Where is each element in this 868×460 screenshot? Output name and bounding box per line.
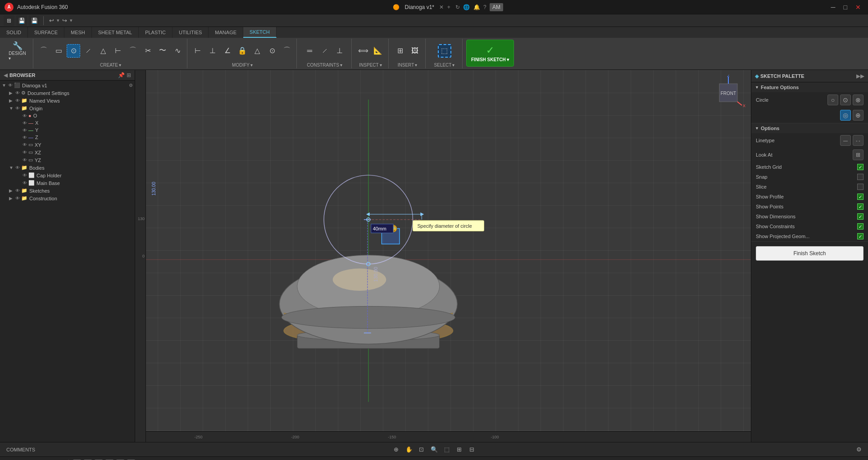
notification-btn[interactable]: 🔔 bbox=[473, 4, 480, 10]
anim-first-btn[interactable]: ⏮ bbox=[4, 459, 14, 460]
circle-circumscribed-btn[interactable]: ⊕ bbox=[853, 110, 863, 121]
trim-btn[interactable]: ✂ bbox=[141, 44, 155, 58]
eye-sketches[interactable]: 👁 bbox=[15, 188, 20, 193]
pan-btn[interactable]: ✋ bbox=[404, 444, 414, 455]
parallel-btn[interactable]: ⟋ bbox=[318, 44, 332, 58]
project-btn[interactable]: ⌒ bbox=[280, 44, 294, 58]
anim-next-btn[interactable]: ⏩ bbox=[41, 459, 52, 460]
finish-sketch-btn[interactable]: Finish Sketch bbox=[756, 246, 863, 261]
perp-btn[interactable]: ⊥ bbox=[333, 44, 346, 58]
tab-sheet-metal[interactable]: SHEET METAL bbox=[92, 27, 139, 38]
settings-btn[interactable]: ⚙ bbox=[854, 444, 864, 455]
circle-twopoint-btn[interactable]: ⊙ bbox=[840, 95, 851, 105]
anim-last-btn[interactable]: ⏭ bbox=[54, 459, 65, 460]
tree-item-main-base[interactable]: 👁 ⬜ Main Base bbox=[0, 179, 135, 187]
maximize-btn[interactable]: □ bbox=[841, 3, 850, 12]
sketch-grid-checkbox[interactable] bbox=[857, 164, 863, 170]
save-btn2[interactable]: 💾 bbox=[29, 15, 40, 26]
eye-construction[interactable]: 👁 bbox=[15, 196, 20, 201]
circle-threepoint-btn[interactable]: ⊗ bbox=[853, 95, 863, 105]
hline-btn[interactable]: ⊢ bbox=[111, 44, 125, 58]
tab-manage[interactable]: MANAGE bbox=[209, 27, 243, 38]
show-points-checkbox[interactable] bbox=[857, 203, 863, 210]
tree-item-z[interactable]: 👁 — Z bbox=[0, 134, 135, 141]
slice-checkbox[interactable] bbox=[857, 184, 863, 190]
undo-arrow[interactable]: ▾ bbox=[57, 18, 59, 23]
modify-label[interactable]: MODIFY ▾ bbox=[232, 63, 253, 68]
eye-y[interactable]: 👁 bbox=[23, 128, 27, 133]
tab-utilities[interactable]: UTILITIES bbox=[173, 27, 209, 38]
eye-yz[interactable]: 👁 bbox=[23, 158, 27, 162]
help-btn[interactable]: ? bbox=[483, 4, 486, 10]
tab-mesh[interactable]: MESH bbox=[64, 27, 92, 38]
redo-btn[interactable]: ↪ bbox=[60, 16, 69, 25]
create-label[interactable]: CREATE ▾ bbox=[100, 63, 121, 68]
finish-sketch-ribbon-btn[interactable]: ✓ FINISH SKETCH ▾ bbox=[466, 40, 514, 67]
tree-item-bodies[interactable]: ▼ 👁 📁 Bodies bbox=[0, 164, 135, 171]
design-btn[interactable]: 🔧 DESIGN ▾ bbox=[9, 40, 26, 62]
tab-solid[interactable]: SOLID bbox=[0, 27, 28, 38]
eye-main-base[interactable]: 👁 bbox=[23, 180, 27, 185]
tree-item-origin[interactable]: ▼ 👁 📁 Origin bbox=[0, 104, 135, 112]
grid-menu-btn[interactable]: ⊞ bbox=[4, 15, 14, 26]
orbit-btn[interactable]: ⊕ bbox=[391, 444, 402, 455]
eye-z[interactable]: 👁 bbox=[23, 135, 27, 140]
tree-item-cap-holder[interactable]: 👁 ⬜ Cap Holder bbox=[0, 171, 135, 179]
inspect-label[interactable]: INSPECT ▾ bbox=[359, 63, 382, 68]
expand-sketches[interactable]: ▶ bbox=[9, 188, 15, 193]
anim-play-btn[interactable]: ▶ bbox=[29, 459, 40, 460]
grid-btn[interactable]: ⊞ bbox=[454, 444, 465, 455]
tab-sketch[interactable]: SKETCH bbox=[243, 27, 277, 38]
eye-xz[interactable]: 👁 bbox=[23, 150, 27, 155]
browser-pin-btn[interactable]: 📌 bbox=[118, 72, 125, 78]
refresh-btn[interactable]: ↻ bbox=[455, 4, 460, 10]
rectangle-btn[interactable]: ▭ bbox=[52, 44, 65, 58]
browser-expand-btn[interactable]: ⊞ bbox=[127, 72, 131, 78]
insert-btn[interactable]: ⊞ bbox=[393, 44, 407, 58]
inspect-btn[interactable]: ⟺ bbox=[356, 44, 370, 58]
tree-item-docsettings[interactable]: ▶ 👁 ⚙ Document Settings bbox=[0, 89, 135, 97]
tree-item-xz[interactable]: 👁 ▭ XZ bbox=[0, 149, 135, 156]
anim-prev-btn[interactable]: ⏪ bbox=[16, 459, 27, 460]
view-settings-btn[interactable]: ⊟ bbox=[467, 444, 477, 455]
insert2-btn[interactable]: 🖼 bbox=[408, 44, 422, 58]
viewport[interactable]: 130 0 -250 -200 -150 -100 bbox=[135, 70, 751, 442]
dimension-btn[interactable]: ⊢ bbox=[191, 44, 205, 58]
user-avatar[interactable]: AM bbox=[490, 3, 503, 11]
tab-plastic[interactable]: PLASTIC bbox=[139, 27, 173, 38]
tree-item-x[interactable]: 👁 — X bbox=[0, 119, 135, 126]
tree-item-dianoga[interactable]: ▼ 👁 ⬛ Dianoga v1 ⚙ bbox=[0, 81, 135, 89]
show-proj-geom-checkbox[interactable] bbox=[857, 233, 863, 239]
circle-center-btn[interactable]: ○ bbox=[827, 95, 838, 105]
eye-cap-holder[interactable]: 👁 bbox=[23, 173, 27, 178]
inspect2-btn[interactable]: 📐 bbox=[371, 44, 385, 58]
fillet-btn[interactable]: ⌒ bbox=[126, 44, 140, 58]
select-btn[interactable]: ⬚ bbox=[438, 44, 451, 58]
tree-item-xy[interactable]: 👁 ▭ XY bbox=[0, 141, 135, 149]
close-doc-btn[interactable]: ✕ bbox=[439, 4, 444, 10]
line-btn[interactable]: ⌒ bbox=[37, 44, 50, 58]
linetype-dash-btn[interactable]: - - bbox=[853, 135, 863, 146]
polygon-btn[interactable]: ⟋ bbox=[82, 44, 95, 58]
eye-docsettings[interactable]: 👁 bbox=[15, 90, 20, 95]
browser-collapse-btn[interactable]: ◀ bbox=[4, 72, 8, 78]
expand-namedviews[interactable]: ▶ bbox=[9, 98, 15, 103]
display-mode-btn[interactable]: ⬚ bbox=[441, 444, 452, 455]
close-btn[interactable]: ✕ bbox=[853, 3, 863, 12]
expand-construction[interactable]: ▶ bbox=[9, 196, 15, 201]
eye-dianoga[interactable]: 👁 bbox=[8, 83, 13, 88]
expand-dianoga[interactable]: ▼ bbox=[2, 83, 8, 88]
measure-btn[interactable]: △ bbox=[250, 44, 264, 58]
options-header[interactable]: ▼ Options bbox=[751, 123, 868, 133]
tab-surface[interactable]: SURFACE bbox=[28, 27, 64, 38]
undo-btn[interactable]: ↩ bbox=[47, 16, 56, 25]
minimize-btn[interactable]: ─ bbox=[828, 3, 838, 12]
triangle-btn[interactable]: △ bbox=[96, 44, 110, 58]
axes-widget[interactable]: FRONT Z X bbox=[710, 75, 746, 111]
palette-collapse-btn[interactable]: ▶▶ bbox=[856, 73, 864, 79]
eye-bodies[interactable]: 👁 bbox=[15, 165, 20, 170]
tree-item-y[interactable]: 👁 — Y bbox=[0, 126, 135, 134]
show-constraints-checkbox[interactable] bbox=[857, 223, 863, 230]
lock-btn[interactable]: 🔒 bbox=[236, 44, 249, 58]
add-doc-btn[interactable]: + bbox=[447, 4, 450, 10]
